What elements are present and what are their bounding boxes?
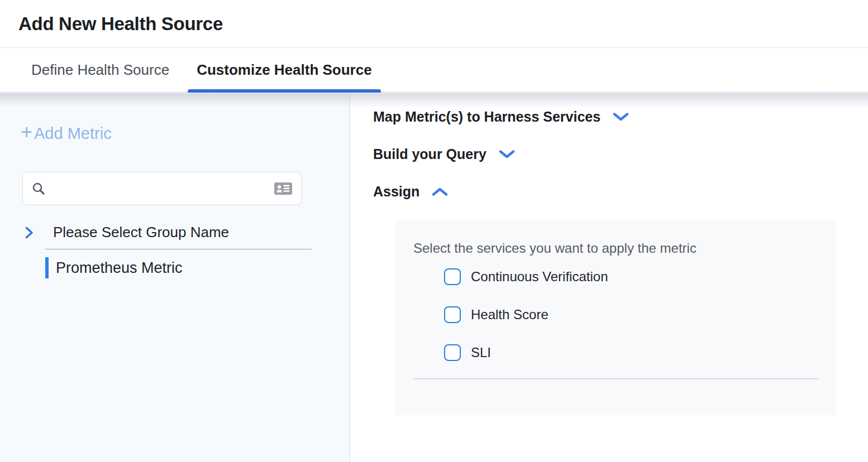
chevron-up-icon [432,187,448,196]
section-build-query[interactable]: Build your Query [373,146,868,162]
option-sli[interactable]: SLI [444,344,836,361]
customize-health-source-panel: Map Metric(s) to Harness Services Build … [350,93,868,462]
section-map-metrics[interactable]: Map Metric(s) to Harness Services [373,109,868,125]
sli-checkbox[interactable] [444,344,461,361]
option-continuous-verification[interactable]: Continuous Verification [444,268,836,285]
search-input[interactable] [53,180,274,197]
section-assign[interactable]: Assign [373,184,868,200]
section-assign-label: Assign [373,184,419,200]
add-metric-button[interactable]: Add Metric [21,124,112,143]
option-label: Health Score [471,307,549,323]
health-source-tabs: Define Health Source Customize Health So… [0,48,868,93]
dialog-body: Add Metric [0,93,868,462]
contact-card-icon[interactable] [274,181,293,196]
group-name-label: Please Select Group Name [53,224,229,241]
section-build-query-label: Build your Query [373,146,487,162]
metric-search-box [22,172,302,205]
health-score-checkbox[interactable] [444,306,461,323]
search-icon [31,181,46,196]
option-health-score[interactable]: Health Score [444,306,836,323]
add-metric-label: Add Metric [34,124,112,143]
metric-group-toggle[interactable]: Please Select Group Name [0,224,349,241]
plus-icon [21,124,32,143]
section-map-metrics-label: Map Metric(s) to Harness Services [373,109,600,125]
continuous-verification-checkbox[interactable] [444,268,461,285]
dialog-header: Add New Health Source [0,0,868,48]
assign-prompt: Select the services you want to apply th… [413,240,836,256]
assign-services-panel: Select the services you want to apply th… [395,221,836,415]
option-label: SLI [471,345,491,360]
option-label: Continuous Verification [471,269,608,285]
metrics-sidebar: Add Metric [0,93,350,462]
chevron-down-icon [613,112,629,122]
metric-list-item-prometheus[interactable]: Prometheus Metric [45,257,349,278]
group-divider [45,249,312,249]
selected-indicator-bar [45,257,49,278]
tab-define-health-source[interactable]: Define Health Source [22,48,178,92]
metric-item-label: Prometheus Metric [56,259,183,277]
add-health-source-dialog: Add New Health Source Define Health Sour… [0,0,868,462]
chevron-down-icon [499,150,515,159]
tab-customize-health-source[interactable]: Customize Health Source [188,48,381,92]
panel-divider [413,378,818,379]
chevron-right-icon [24,226,34,239]
page-title: Add New Health Source [18,13,223,35]
